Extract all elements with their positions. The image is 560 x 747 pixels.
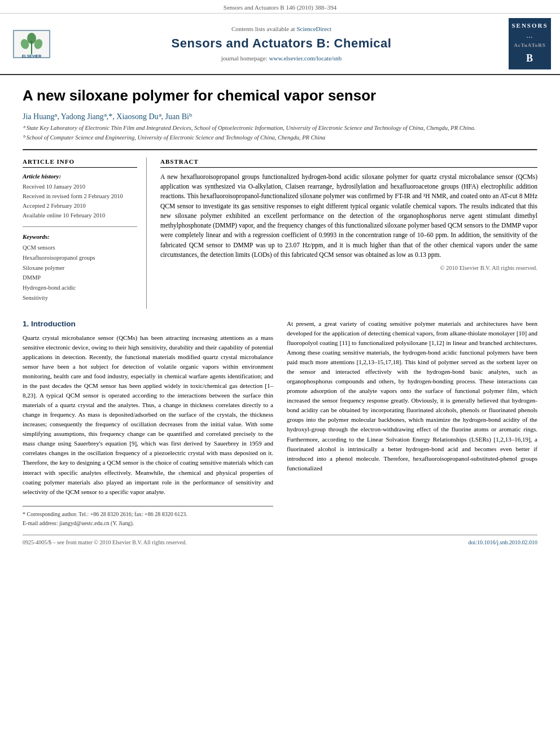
journal-homepage-link[interactable]: www.elsevier.com/locate/snb [269, 55, 342, 62]
keyword-6: Sensitivity [23, 293, 137, 303]
footer-bar: 0925-4005/$ – see front matter © 2010 El… [23, 535, 537, 547]
footer-issn: 0925-4005/$ – see front matter © 2010 El… [23, 539, 187, 547]
keywords-section: Keywords: QCM sensors Hexafluoroisopropa… [23, 233, 137, 303]
badge-sensors-text: SENSORS [511, 21, 549, 31]
elsevier-icon: ELSEVIER [12, 29, 51, 59]
sciencedirect-text: Contents lists available at ScienceDirec… [60, 25, 503, 33]
keyword-5: Hydrogen-bond acidic [23, 283, 137, 293]
keyword-4: DMMP [23, 273, 137, 283]
badge-dots: ... [511, 31, 549, 41]
article-title: A new siloxane polymer for chemical vapo… [23, 86, 537, 106]
abstract-text: A new hexafluoroisopropanol groups funct… [160, 172, 537, 260]
received-date-1: Received 10 January 2010 [23, 182, 137, 192]
abstract-column: ABSTRACT A new hexafluoroisopropanol gro… [160, 158, 537, 309]
journal-citation-bar: Sensors and Actuators B 146 (2010) 388–3… [0, 0, 560, 14]
keyword-1: QCM sensors [23, 243, 137, 253]
body-two-column: 1. Introduction Quartz crystal microbala… [23, 319, 537, 528]
accepted-date: Accepted 2 February 2010 [23, 202, 137, 211]
article-history: Article history: Received 10 January 201… [23, 172, 137, 221]
journal-header: ELSEVIER Contents lists available at Sci… [0, 14, 560, 75]
journal-header-center: Contents lists available at ScienceDirec… [60, 25, 503, 63]
journal-title: Sensors and Actuators B: Chemical [60, 35, 503, 53]
badge-actuators-text: AcTuAToRS [511, 41, 549, 49]
intro-heading: 1. Introduction [23, 319, 273, 330]
received-date-revised: Received in revised form 2 February 2010 [23, 192, 137, 202]
svg-text:ELSEVIER: ELSEVIER [22, 54, 42, 58]
footnote-corresponding: * Corresponding author. Tel.: +86 28 832… [23, 510, 273, 519]
journal-citation: Sensors and Actuators B 146 (2010) 388–3… [224, 4, 336, 11]
affiliation-b: ᵇ School of Computer Science and Enginee… [23, 134, 537, 142]
info-divider [23, 226, 137, 227]
main-content: A new siloxane polymer for chemical vapo… [0, 75, 560, 563]
journal-badge: SENSORS ... AcTuAToRS B [509, 18, 551, 69]
keyword-3: Siloxane polymer [23, 263, 137, 273]
history-label: Article history: [23, 172, 137, 181]
footnote-email: E-mail address: jiangyd@uestc.edu.cn (Y.… [23, 519, 273, 528]
copyright-line: © 2010 Elsevier B.V. All rights reserved… [160, 264, 537, 273]
article-info-column: ARTICLE INFO Article history: Received 1… [23, 158, 147, 309]
authors-line: Jia Huangᵃ, Yadong Jiangᵃ,*, Xiaosong Du… [23, 111, 537, 123]
title-divider [23, 149, 537, 151]
svg-point-3 [27, 33, 36, 44]
body-col-left: 1. Introduction Quartz crystal microbala… [23, 319, 273, 528]
affiliation-a: ᵃ State Key Laboratory of Electronic Thi… [23, 124, 537, 133]
keyword-2: Hexafluoroisopropanol groups [23, 253, 137, 263]
body-col-right: At present, a great variety of coating s… [287, 319, 537, 528]
intro-paragraph-1: Quartz crystal microbalance sensor (QCMs… [23, 333, 273, 497]
keywords-label: Keywords: [23, 233, 137, 241]
abstract-label: ABSTRACT [160, 158, 537, 168]
footer-doi: doi:10.1016/j.snb.2010.02.010 [468, 539, 537, 547]
available-date: Available online 10 February 2010 [23, 211, 137, 221]
article-info-label: ARTICLE INFO [23, 158, 137, 168]
footnote-area: * Corresponding author. Tel.: +86 28 832… [23, 506, 273, 528]
journal-homepage: journal homepage: www.elsevier.com/locat… [60, 54, 503, 63]
elsevier-logo-block: ELSEVIER [9, 29, 54, 59]
sciencedirect-link[interactable]: ScienceDirect [296, 25, 331, 32]
article-info-abstract: ARTICLE INFO Article history: Received 1… [23, 158, 537, 309]
badge-b-text: B [511, 50, 549, 67]
intro-paragraph-2: At present, a great variety of coating s… [287, 319, 537, 473]
